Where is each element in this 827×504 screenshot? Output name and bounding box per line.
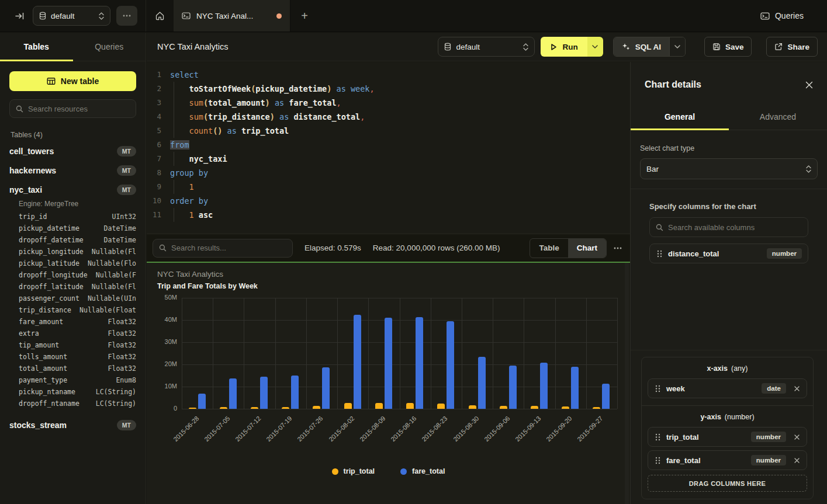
bar-fare_total <box>447 321 454 409</box>
sidebar-content: New table Tables (4) cell_towersMThacker… <box>0 61 146 435</box>
drag-handle-icon[interactable] <box>655 433 660 441</box>
sql-ai-options-button[interactable] <box>669 37 685 56</box>
save-icon <box>712 43 721 51</box>
sql-editor[interactable]: 1select2 toStartOfWeek(pickup_datetime) … <box>147 62 630 234</box>
drag-handle-icon[interactable] <box>655 385 660 392</box>
indent-guide <box>174 124 174 138</box>
chip-column-name: week <box>666 384 685 393</box>
column-name: trip_distance <box>19 306 71 314</box>
table-row-stocks_stream[interactable]: stocks_streamMT <box>9 415 136 435</box>
column-row-total_amount[interactable]: total_amountFloat32 <box>9 363 136 374</box>
remove-column-icon[interactable] <box>793 457 801 464</box>
workspace-selector[interactable]: default <box>33 6 110 26</box>
column-row-tip_amount[interactable]: tip_amountFloat32 <box>9 339 136 351</box>
tab-general[interactable]: General <box>631 104 729 130</box>
column-row-dropoff_latitude[interactable]: dropoff_latitudeNullable(Fl <box>9 281 136 293</box>
column-name: dropoff_ntaname <box>19 399 79 408</box>
collapse-sidebar-icon[interactable] <box>12 8 27 23</box>
tab-nyc-taxi-analytics[interactable]: NYC Taxi Anal... <box>174 0 290 32</box>
line-number: 4 <box>147 110 170 124</box>
column-row-passenger_count[interactable]: passenger_countNullable(UIn <box>9 293 136 304</box>
chart-scrollbar-track[interactable] <box>625 263 629 504</box>
line-number: 8 <box>147 166 170 180</box>
code-line-3: 3 sum(total_amount) as fare_total, <box>147 96 630 110</box>
column-row-pickup_datetime[interactable]: pickup_datetimeDateTime <box>9 223 136 234</box>
results-more-button[interactable] <box>614 247 622 249</box>
new-tab-button[interactable]: + <box>290 0 319 32</box>
divider <box>631 189 827 189</box>
sidebar-tab-queries[interactable]: Queries <box>73 33 146 61</box>
view-toggle-table[interactable]: Table <box>530 239 568 258</box>
database-selector[interactable]: default <box>438 37 535 57</box>
column-row-trip_distance[interactable]: trip_distanceNullable(Float <box>9 304 136 316</box>
share-button[interactable]: Share <box>766 37 818 57</box>
app-window: default NYC Taxi Anal... + <box>0 0 827 504</box>
table-row-cell_towers[interactable]: cell_towersMT <box>9 141 136 161</box>
column-chip-fare_total[interactable]: fare_totalnumber <box>648 450 807 470</box>
legend-item-fare_total[interactable]: fare_total <box>400 467 445 475</box>
remove-column-icon[interactable] <box>793 433 801 441</box>
code-text: nyc_taxi <box>170 152 227 166</box>
code-text: order by <box>170 194 208 208</box>
column-row-dropoff_datetime[interactable]: dropoff_datetimeDateTime <box>9 234 136 246</box>
close-icon[interactable] <box>805 81 813 89</box>
drag-handle-icon[interactable] <box>655 457 660 464</box>
column-row-extra[interactable]: extraFloat32 <box>9 328 136 339</box>
sidebar-tab-tables[interactable]: Tables <box>0 33 73 61</box>
column-chip-trip_total[interactable]: trip_totalnumber <box>648 427 807 447</box>
line-number: 2 <box>147 82 170 96</box>
column-row-pickup_ntaname[interactable]: pickup_ntanameLC(String) <box>9 386 136 398</box>
column-row-dropoff_ntaname[interactable]: dropoff_ntanameLC(String) <box>9 398 136 409</box>
column-row-fare_amount[interactable]: fare_amountFloat32 <box>9 316 136 328</box>
resource-search[interactable] <box>9 99 136 118</box>
bar-trip_total <box>220 407 227 409</box>
legend-dot <box>400 468 407 475</box>
results-search-input[interactable] <box>171 244 286 252</box>
column-name: tip_amount <box>19 341 59 349</box>
column-type: UInt32 <box>112 213 136 221</box>
save-button[interactable]: Save <box>704 37 752 57</box>
run-options-button[interactable] <box>587 37 603 57</box>
column-chip-distance_total[interactable]: distance_totalnumber <box>649 244 808 263</box>
column-row-trip_id[interactable]: trip_idUInt32 <box>9 211 136 223</box>
chart-type-selector[interactable]: Bar <box>640 158 818 179</box>
table-row-hackernews[interactable]: hackernewsMT <box>9 161 136 180</box>
column-row-payment_type[interactable]: payment_typeEnum8 <box>9 374 136 386</box>
table-row-nyc_taxi[interactable]: nyc_taxiMT <box>9 180 136 199</box>
engine-badge: MT <box>117 420 136 430</box>
sql-ai-button[interactable]: SQL AI <box>614 37 669 56</box>
new-table-button[interactable]: New table <box>9 71 136 91</box>
column-name: extra <box>19 329 39 338</box>
home-button[interactable] <box>146 0 174 32</box>
queries-nav[interactable]: Queries <box>760 11 804 20</box>
y-axis-tick: 10M <box>153 383 177 390</box>
table-name: cell_towers <box>9 147 54 156</box>
results-search[interactable] <box>153 239 293 258</box>
queries-icon <box>760 12 770 20</box>
database-name: default <box>456 43 518 51</box>
column-search-input[interactable] <box>668 223 802 232</box>
remove-column-icon[interactable] <box>793 385 801 392</box>
drag-handle-icon[interactable] <box>657 250 662 258</box>
run-label: Run <box>562 43 577 51</box>
tab-advanced[interactable]: Advanced <box>729 104 827 130</box>
chip-type-badge: number <box>767 248 802 259</box>
column-search[interactable] <box>649 217 808 237</box>
drag-columns-dropzone[interactable]: DRAG COLUMNS HERE <box>648 475 807 492</box>
chart-details-panel: Chart details General Advanced Select ch… <box>630 62 827 504</box>
bar-fare_total <box>229 378 237 409</box>
view-toggle-chart[interactable]: Chart <box>568 239 606 258</box>
resource-search-input[interactable] <box>28 105 131 113</box>
column-row-tolls_amount[interactable]: tolls_amountFloat32 <box>9 351 136 363</box>
run-button[interactable]: Run <box>541 37 587 57</box>
chip-column-name: fare_total <box>666 456 701 465</box>
column-row-dropoff_longitude[interactable]: dropoff_longitudeNullable(F <box>9 269 136 281</box>
column-name: pickup_longitude <box>19 248 84 256</box>
column-row-pickup_latitude[interactable]: pickup_latitudeNullable(Flo <box>9 258 136 269</box>
column-row-pickup_longitude[interactable]: pickup_longitudeNullable(Fl <box>9 246 136 258</box>
legend-item-trip_total[interactable]: trip_total <box>332 467 375 475</box>
workspace-more-button[interactable] <box>116 6 137 26</box>
column-chip-week[interactable]: weekdate <box>648 378 807 398</box>
bar-fare_total <box>354 315 361 409</box>
column-type: Nullable(Fl <box>92 283 136 291</box>
